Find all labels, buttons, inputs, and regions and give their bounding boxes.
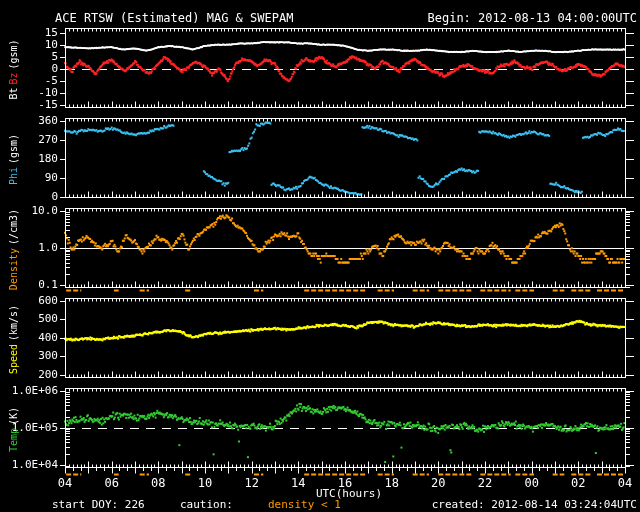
footer-caution-value: density < 1 — [268, 499, 341, 511]
footer-start-doy: start DOY: 226 — [52, 499, 145, 511]
panel-ylabel-phi: Phi(gsm) — [8, 130, 19, 184]
xtick-label-3: 10 — [191, 477, 219, 490]
ytick-label-phi-360: 360 — [0, 115, 58, 127]
page-title: ACE RTSW (Estimated) MAG & SWEPAM — [55, 12, 293, 25]
panel-ylabel-part: Speed — [8, 344, 19, 374]
xtick-label-6: 16 — [331, 477, 359, 490]
panel-ylabel-mag: BtBz(gsm) — [8, 36, 19, 99]
ytick-label-temp-1.0E+06: 1.0E+06 — [0, 385, 58, 397]
xtick-label-1: 06 — [98, 477, 126, 490]
xtick-label-11: 02 — [564, 477, 592, 490]
panel-ylabel-speed: Speed(km/s) — [8, 301, 19, 373]
panel-ylabel-part: (gsm) — [8, 39, 19, 69]
footer-caution-label: caution: — [180, 499, 233, 511]
panel-ylabel-part: Density — [8, 247, 19, 289]
panel-ylabel-part: (km/s) — [8, 304, 19, 340]
panel-ylabel-part: (/cm3) — [8, 208, 19, 244]
xtick-label-8: 20 — [424, 477, 452, 490]
panel-ylabel-part: Bt — [8, 87, 19, 99]
panel-ylabel-part: Phi — [8, 167, 19, 185]
xtick-label-9: 22 — [471, 477, 499, 490]
xtick-label-12: 04 — [611, 477, 639, 490]
panel-ylabel-part: (gsm) — [8, 133, 19, 163]
xtick-label-7: 18 — [378, 477, 406, 490]
plot-canvas — [0, 0, 640, 512]
ytick-label-temp-1.0E+04: 1.0E+04 — [0, 459, 58, 471]
panel-ylabel-part: Bz — [8, 72, 19, 84]
begin-timestamp: Begin: 2012-08-13 04:00:00UTC — [427, 12, 637, 25]
xtick-label-0: 04 — [51, 477, 79, 490]
ytick-label-mag--15: -15 — [0, 99, 58, 111]
panel-ylabel-part: Temp — [8, 427, 19, 451]
xtick-label-5: 14 — [284, 477, 312, 490]
xtick-label-10: 00 — [518, 477, 546, 490]
panel-ylabel-part: (K) — [8, 406, 19, 424]
footer-created-timestamp: created: 2012-08-14 03:24:04UTC — [432, 499, 637, 511]
xtick-label-4: 12 — [238, 477, 266, 490]
panel-ylabel-temp: Temp(K) — [8, 403, 19, 451]
xtick-label-2: 08 — [144, 477, 172, 490]
panel-ylabel-density: Density(/cm3) — [8, 205, 19, 289]
ytick-label-phi-0: 0 — [0, 191, 58, 203]
ace-rtsw-plot: ACE RTSW (Estimated) MAG & SWEPAM Begin:… — [0, 0, 640, 512]
